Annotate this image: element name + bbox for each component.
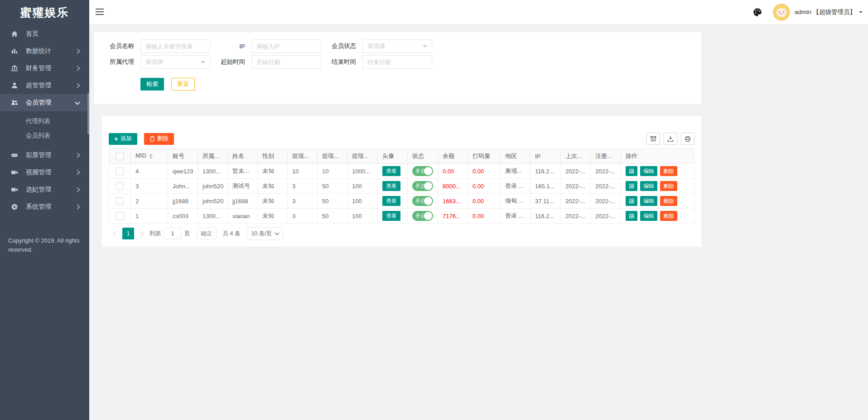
sidebar-item-lottery[interactable]: 彩票管理 [0, 147, 89, 164]
ip-input[interactable] [251, 39, 321, 53]
copyright-line1: Copyright © 2019. All rights [8, 236, 89, 245]
members-table: MID 账号 所属... 姓名 性别 提现... 提现... 提现... 头像 … [109, 148, 694, 224]
start-date-input[interactable] [251, 55, 321, 69]
page-size-select[interactable]: 10 条/页 [246, 227, 283, 240]
status-toggle[interactable]: 开启 [412, 181, 433, 191]
sidebar-item-finance[interactable]: 财务管理 [0, 60, 89, 77]
add-button[interactable]: + 添加 [109, 133, 137, 145]
search-panel: 会员名称 IP 会员状态 请选择 所属代理 请选择 [94, 32, 701, 104]
cell-last-time: 2022-... [561, 164, 591, 179]
cell-agent: john520 [198, 179, 228, 194]
user-menu[interactable]: admin 【超级管理员】 [795, 8, 863, 16]
trash-icon [149, 136, 155, 142]
cell-last-time: 2022-... [561, 194, 591, 209]
status-toggle[interactable]: 开启 [412, 196, 433, 206]
cell-withdraw-max: 10 [318, 164, 347, 179]
cell-status: 开启. [408, 209, 438, 224]
edit-button[interactable]: 编辑 [640, 166, 657, 176]
member-name-input[interactable] [140, 39, 210, 53]
member-status-select[interactable]: 请选择 [362, 39, 432, 53]
cell-agent: 1300... [198, 164, 228, 179]
row-delete-button[interactable]: 删除 [660, 166, 677, 176]
gear-icon [11, 203, 18, 210]
sidebar-submenu: 代理列表 会员列表 [0, 111, 89, 147]
user-avatar[interactable] [773, 4, 790, 21]
jump-prefix: 到第 [149, 230, 161, 238]
add-button-label: 添加 [121, 135, 132, 143]
agent-select[interactable]: 请选择 [140, 55, 210, 69]
status-toggle[interactable]: 开启 [412, 166, 433, 176]
sidebar-scrollbar[interactable] [87, 93, 89, 134]
edit-button[interactable]: 编辑 [640, 196, 657, 206]
sort-icon[interactable] [149, 152, 153, 160]
edit-button[interactable]: 编辑 [640, 181, 657, 191]
end-date-input[interactable] [362, 55, 432, 69]
kick-button[interactable]: 踢 [626, 166, 637, 176]
status-toggle[interactable]: 开启 [412, 211, 433, 221]
delete-button[interactable]: 删除 [144, 133, 174, 145]
sidebar-item-label: 彩票管理 [26, 151, 76, 159]
cell-actions: 踢 编辑 删除 [621, 194, 694, 209]
prev-page-button[interactable] [110, 228, 121, 239]
reset-button[interactable]: 重置 [171, 78, 195, 91]
row-checkbox[interactable] [116, 167, 124, 175]
kick-button[interactable]: 踢 [626, 196, 637, 206]
row-checkbox[interactable] [116, 197, 124, 205]
columns-icon[interactable] [646, 133, 660, 145]
kick-button[interactable]: 踢 [626, 181, 637, 191]
chevron-right-icon [75, 83, 80, 88]
view-avatar-button[interactable]: 查看 [382, 196, 400, 206]
row-checkbox[interactable] [116, 182, 124, 190]
cell-agent: john520 [198, 194, 228, 209]
edit-button[interactable]: 编辑 [640, 211, 657, 221]
hamburger-icon[interactable] [96, 9, 104, 15]
view-avatar-button[interactable]: 查看 [382, 211, 400, 221]
select-all-checkbox[interactable] [116, 153, 124, 160]
sidebar-item-members[interactable]: 会员管理 [0, 94, 89, 111]
print-icon[interactable] [681, 133, 694, 145]
view-avatar-button[interactable]: 查看 [382, 181, 400, 191]
cell-last-time: 2022-... [561, 179, 591, 194]
cell-gender: 未知 [258, 194, 288, 209]
page-jump-input[interactable] [164, 228, 182, 239]
sidebar-item-label: 数据统计 [26, 47, 76, 55]
cell-reg-time: 2022-... [591, 194, 621, 209]
sidebar-item-system[interactable]: 系统管理 [0, 198, 89, 215]
sidebar: 蜜獾娱乐 首页 数据统计 财务管理 [0, 0, 89, 420]
sidebar-item-home[interactable]: 首页 [0, 25, 89, 43]
row-delete-button[interactable]: 删除 [660, 211, 677, 221]
table-row: 4 qwe123 1300... 暂未... 未知 10 10 1000... … [109, 164, 694, 179]
confirm-button[interactable]: 确定 [197, 228, 217, 239]
sidebar-subitem-agent-list[interactable]: 代理列表 [0, 114, 89, 129]
chevron-down-icon [423, 45, 427, 50]
sidebar-subitem-member-list[interactable]: 会员列表 [0, 129, 89, 143]
header-reg-time: 注册... [591, 149, 621, 164]
header-last-time: 上次... [561, 149, 591, 164]
delete-button-label: 删除 [157, 135, 169, 143]
chevron-down-icon [75, 100, 80, 105]
ip-label: IP [214, 43, 245, 50]
cell-withdraw-limit: 100 [347, 179, 378, 194]
sidebar-item-superadmin[interactable]: 超管管理 [0, 77, 89, 94]
header-actions: 操作 [621, 149, 694, 164]
jump-suffix: 页 [184, 230, 190, 238]
table-toolbar: + 添加 删除 [109, 133, 694, 145]
search-button[interactable]: 检索 [140, 78, 164, 91]
row-delete-button[interactable]: 删除 [660, 196, 677, 206]
sidebar-item-xuanfei[interactable]: 选妃管理 [0, 181, 89, 198]
next-page-button[interactable] [135, 228, 147, 239]
export-icon[interactable] [664, 133, 677, 145]
cell-reg-time: 2022-... [591, 164, 621, 179]
current-page[interactable]: 1 [122, 228, 134, 239]
row-checkbox[interactable] [116, 212, 124, 220]
kick-button[interactable]: 踢 [626, 211, 637, 221]
sidebar-item-video[interactable]: 视频管理 [0, 164, 89, 181]
cell-withdraw-min: 10 [288, 164, 318, 179]
cell-coding: 0.00 [468, 179, 501, 194]
row-delete-button[interactable]: 删除 [660, 181, 677, 191]
total-count: 共 4 条 [223, 230, 241, 238]
toggle-knob [424, 167, 432, 175]
palette-icon[interactable] [753, 8, 762, 17]
sidebar-item-statistics[interactable]: 数据统计 [0, 43, 89, 60]
view-avatar-button[interactable]: 查看 [382, 166, 400, 176]
